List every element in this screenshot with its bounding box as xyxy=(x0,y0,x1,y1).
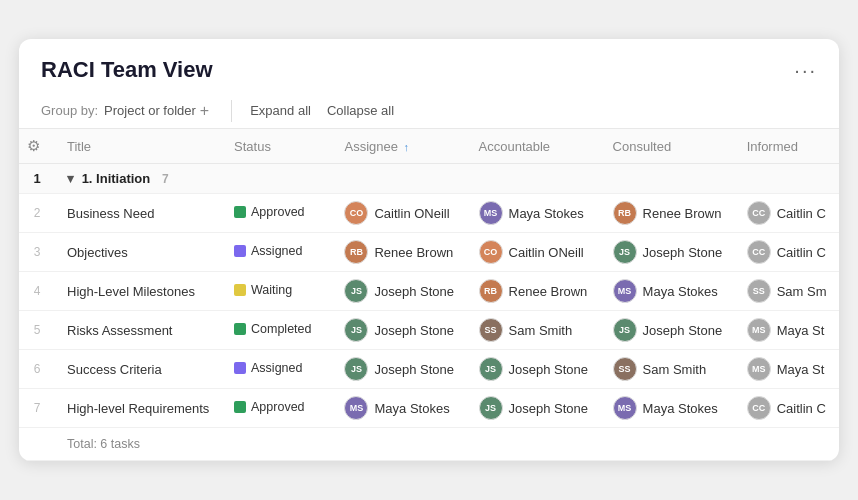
status-badge: Assigned xyxy=(234,361,302,375)
task-status[interactable]: Completed xyxy=(222,311,332,350)
expand-all-button[interactable]: Expand all xyxy=(242,99,319,122)
settings-icon[interactable]: ⚙ xyxy=(27,137,40,154)
task-title[interactable]: Success Criteria xyxy=(55,350,222,389)
table-header-row: ⚙ Title Status Assignee ↑ Accountable xyxy=(19,129,839,164)
avatar-name: CCCaitlin C xyxy=(747,201,826,225)
person-name: Joseph Stone xyxy=(509,362,589,377)
row-num: 3 xyxy=(19,233,55,272)
task-status[interactable]: Approved xyxy=(222,194,332,233)
avatar-name: COCaitlin ONeill xyxy=(479,240,584,264)
person-name: Maya Stokes xyxy=(643,284,718,299)
avatar-name: CCCaitlin C xyxy=(747,396,826,420)
avatar-name: JSJoseph Stone xyxy=(479,357,589,381)
task-assignee[interactable]: JSJoseph Stone xyxy=(332,311,466,350)
task-accountable[interactable]: MSMaya Stokes xyxy=(467,194,601,233)
task-title[interactable]: Objectives xyxy=(55,233,222,272)
person-name: Sam Smith xyxy=(643,362,707,377)
collapse-all-button[interactable]: Collapse all xyxy=(319,99,402,122)
avatar: JS xyxy=(344,279,368,303)
task-title[interactable]: High-level Requirements xyxy=(55,389,222,428)
status-badge: Assigned xyxy=(234,244,302,258)
status-dot xyxy=(234,323,246,335)
person-name: Sam Sm xyxy=(777,284,827,299)
task-title[interactable]: High-Level Milestones xyxy=(55,272,222,311)
status-badge: Approved xyxy=(234,400,305,414)
status-badge: Completed xyxy=(234,322,311,336)
avatar-name: JSJoseph Stone xyxy=(613,240,723,264)
status-label: Waiting xyxy=(251,283,292,297)
table-row: 7 High-level Requirements Approved MSMay… xyxy=(19,389,839,428)
avatar-name: JSJoseph Stone xyxy=(613,318,723,342)
table-row: 3 Objectives Assigned RBRenee Brown COCa… xyxy=(19,233,839,272)
task-accountable[interactable]: COCaitlin ONeill xyxy=(467,233,601,272)
task-consulted[interactable]: JSJoseph Stone xyxy=(601,311,735,350)
status-dot xyxy=(234,206,246,218)
task-accountable[interactable]: JSJoseph Stone xyxy=(467,389,601,428)
task-consulted[interactable]: MSMaya Stokes xyxy=(601,389,735,428)
status-column-header: Status xyxy=(222,129,332,164)
row-num: 5 xyxy=(19,311,55,350)
toolbar: Group by: Project or folder + Expand all… xyxy=(19,93,839,129)
task-status[interactable]: Waiting xyxy=(222,272,332,311)
task-status[interactable]: Approved xyxy=(222,389,332,428)
task-accountable[interactable]: SSSam Smith xyxy=(467,311,601,350)
status-label: Approved xyxy=(251,205,305,219)
groupby-label: Group by: xyxy=(41,103,98,118)
task-assignee[interactable]: RBRenee Brown xyxy=(332,233,466,272)
task-accountable[interactable]: JSJoseph Stone xyxy=(467,350,601,389)
status-label: Assigned xyxy=(251,244,302,258)
status-label: Approved xyxy=(251,400,305,414)
task-consulted[interactable]: RBRenee Brown xyxy=(601,194,735,233)
person-name: Caitlin ONeill xyxy=(509,245,584,260)
section-toggle-icon[interactable]: ▾ xyxy=(67,171,74,186)
avatar-name: JSJoseph Stone xyxy=(344,357,454,381)
task-assignee[interactable]: JSJoseph Stone xyxy=(332,272,466,311)
person-name: Joseph Stone xyxy=(509,401,589,416)
sort-arrow-icon: ↑ xyxy=(404,141,410,153)
task-title[interactable]: Risks Assessment xyxy=(55,311,222,350)
person-name: Caitlin C xyxy=(777,206,826,221)
task-consulted[interactable]: SSSam Smith xyxy=(601,350,735,389)
avatar: RB xyxy=(344,240,368,264)
groupby-value[interactable]: Project or folder xyxy=(104,103,196,118)
avatar-name: JSJoseph Stone xyxy=(479,396,589,420)
person-name: Maya St xyxy=(777,323,825,338)
raci-card: RACI Team View ··· Group by: Project or … xyxy=(19,39,839,461)
avatar-name: COCaitlin ONeill xyxy=(344,201,449,225)
avatar-name: SSSam Smith xyxy=(479,318,573,342)
avatar: MS xyxy=(479,201,503,225)
avatar: MS xyxy=(344,396,368,420)
avatar: JS xyxy=(479,357,503,381)
person-name: Maya Stokes xyxy=(643,401,718,416)
task-informed: MSMaya St xyxy=(735,350,839,389)
task-assignee[interactable]: MSMaya Stokes xyxy=(332,389,466,428)
person-name: Renee Brown xyxy=(643,206,722,221)
title-column-header: Title xyxy=(55,129,222,164)
avatar: JS xyxy=(344,357,368,381)
more-menu-button[interactable]: ··· xyxy=(794,59,817,82)
person-name: Maya Stokes xyxy=(374,401,449,416)
assignee-column-header[interactable]: Assignee ↑ xyxy=(332,129,466,164)
section-row-num: 1 xyxy=(19,164,55,194)
avatar-name: SSSam Smith xyxy=(613,357,707,381)
task-consulted[interactable]: MSMaya Stokes xyxy=(601,272,735,311)
task-status[interactable]: Assigned xyxy=(222,233,332,272)
add-groupby-button[interactable]: + xyxy=(200,102,209,120)
task-consulted[interactable]: JSJoseph Stone xyxy=(601,233,735,272)
avatar-name: SSSam Sm xyxy=(747,279,827,303)
avatar-name: MSMaya Stokes xyxy=(613,396,718,420)
row-num: 7 xyxy=(19,389,55,428)
avatar-name: MSMaya St xyxy=(747,357,825,381)
person-name: Joseph Stone xyxy=(374,284,454,299)
consulted-column-header: Consulted xyxy=(601,129,735,164)
status-label: Completed xyxy=(251,322,311,336)
table-row: 2 Business Need Approved COCaitlin ONeil… xyxy=(19,194,839,233)
task-assignee[interactable]: COCaitlin ONeill xyxy=(332,194,466,233)
task-title[interactable]: Business Need xyxy=(55,194,222,233)
table-row: 5 Risks Assessment Completed JSJoseph St… xyxy=(19,311,839,350)
avatar: CO xyxy=(479,240,503,264)
task-accountable[interactable]: RBRenee Brown xyxy=(467,272,601,311)
page-title: RACI Team View xyxy=(41,57,213,83)
task-assignee[interactable]: JSJoseph Stone xyxy=(332,350,466,389)
task-status[interactable]: Assigned xyxy=(222,350,332,389)
